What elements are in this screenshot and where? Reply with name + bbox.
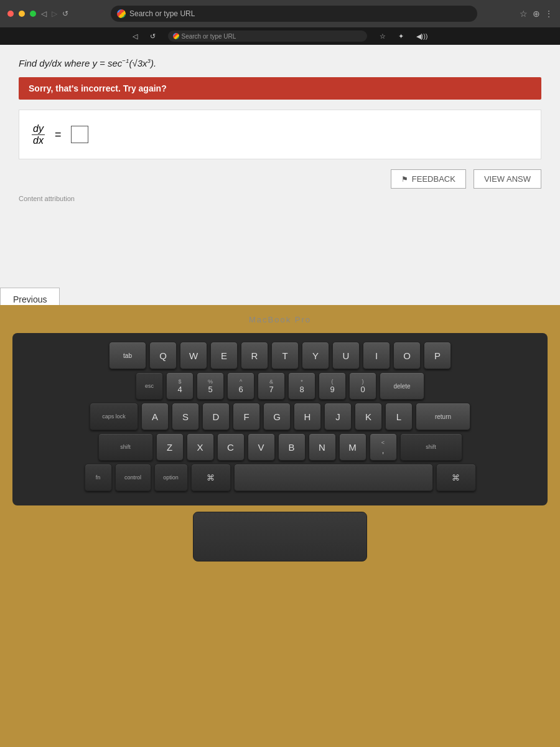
key-escape[interactable]: esc [136,372,163,400]
action-buttons: ⚑ FEEDBACK VIEW ANSW [19,169,541,189]
shift-row: shift Z X C V B N M < , shift [22,433,538,461]
home-row: caps lock A S D F G H J K L return [22,403,538,430]
key-command-left[interactable]: ⌘ [191,464,231,491]
key-p[interactable]: P [424,342,451,369]
question-text: Find dy/dx where y = sec−1(√3x3). [19,57,541,68]
feedback-icon: ⚑ [401,175,408,184]
star-icon[interactable]: ☆ [520,9,528,19]
key-r[interactable]: R [241,342,268,369]
answer-area: dy dx = [19,110,541,159]
key-b[interactable]: B [278,433,306,461]
address-bar[interactable]: Search or type URL [111,6,477,22]
touchbar-google-icon [173,33,179,39]
touch-bar: ◁ ↺ Search or type URL ☆ ✦ ◀))) [0,27,560,45]
key-space[interactable] [234,464,433,491]
key-o[interactable]: O [393,342,421,369]
key-n[interactable]: N [309,433,336,461]
key-v[interactable]: V [248,433,275,461]
previous-button[interactable]: Previous [0,288,60,305]
key-9[interactable]: ( 9 [319,372,346,400]
key-l[interactable]: L [385,403,413,430]
key-shift-right[interactable]: shift [400,433,462,461]
key-q[interactable]: Q [149,342,177,369]
key-comma[interactable]: < , [370,433,397,461]
key-s[interactable]: S [172,403,199,430]
content-attribution: Content attribution [19,195,541,202]
key-h[interactable]: H [294,403,321,430]
key-j[interactable]: J [324,403,352,430]
key-u[interactable]: U [332,342,360,369]
macbook-label: MacBook Pro [249,315,311,324]
screen: ◁ ▷ ↺ Search or type URL ☆ ⊕ ⋮ ◁ ↺ Searc… [0,0,560,305]
space-row: fn control option ⌘ ⌘ [22,464,538,491]
error-banner: Sorry, that's incorrect. Try again? [19,77,541,100]
touchbar-back[interactable]: ◁ [133,32,138,40]
key-return[interactable]: return [416,403,470,430]
number-row: tab Q W E R T Y U I O P [22,342,538,369]
google-icon [117,9,126,18]
key-shift-left[interactable]: shift [98,433,153,461]
address-text: Search or type URL [129,9,195,18]
equals-sign: = [55,128,62,141]
key-e[interactable]: E [210,342,238,369]
feedback-button[interactable]: ⚑ FEEDBACK [391,169,466,189]
key-g[interactable]: G [263,403,291,430]
touchbar-refresh[interactable]: ↺ [150,32,156,40]
key-4[interactable]: $ 4 [166,372,194,400]
key-0[interactable]: ) 0 [349,372,376,400]
symbol-row: esc $ 4 % 5 ^ 6 & 7 * 8 ( 9 [22,372,538,400]
key-caps-lock[interactable]: caps lock [90,403,138,430]
minimize-dot[interactable] [19,11,25,17]
close-dot[interactable] [7,11,14,17]
page-content: Find dy/dx where y = sec−1(√3x3). Sorry,… [0,45,560,305]
keyboard: tab Q W E R T Y U I O P esc $ 4 % 5 ^ [12,333,548,505]
key-z[interactable]: Z [156,433,184,461]
key-8[interactable]: * 8 [288,372,315,400]
key-f[interactable]: F [233,403,260,430]
key-control[interactable]: control [115,464,151,491]
trackpad[interactable] [193,512,367,561]
key-5[interactable]: % 5 [197,372,224,400]
touchbar-url[interactable]: Search or type URL [168,31,367,42]
key-m[interactable]: M [339,433,366,461]
key-6[interactable]: ^ 6 [227,372,254,400]
touchbar-volume[interactable]: ◀))) [416,32,428,40]
key-option[interactable]: option [154,464,188,491]
key-delete[interactable]: delete [380,372,424,400]
menu-icon[interactable]: ⋮ [545,9,553,18]
touchbar-star[interactable]: ☆ [380,32,386,40]
key-fn[interactable]: fn [85,464,112,491]
keyboard-area: MacBook Pro tab Q W E R T Y U I O P esc … [0,305,560,747]
fraction-denominator: dx [32,135,45,146]
key-d[interactable]: D [202,403,230,430]
browser-chrome: ◁ ▷ ↺ Search or type URL ☆ ⊕ ⋮ [0,0,560,27]
key-k[interactable]: K [355,403,382,430]
key-y[interactable]: Y [302,342,329,369]
fraction-numerator: dy [32,123,45,135]
view-answer-button[interactable]: VIEW ANSW [474,169,541,189]
key-7[interactable]: & 7 [258,372,285,400]
key-c[interactable]: C [217,433,245,461]
key-command-right[interactable]: ⌘ [436,464,476,491]
key-a[interactable]: A [141,403,169,430]
extensions-icon[interactable]: ⊕ [533,9,540,19]
touchbar-brightness[interactable]: ✦ [398,32,404,40]
touchbar-url-text: Search or type URL [182,33,236,40]
key-x[interactable]: X [187,433,214,461]
answer-input-box[interactable] [71,126,88,143]
maximize-dot[interactable] [30,11,36,17]
back-button[interactable]: ◁ [41,9,47,18]
key-tab[interactable]: tab [109,342,146,369]
key-w[interactable]: W [180,342,207,369]
key-i[interactable]: I [363,342,390,369]
key-t[interactable]: T [271,342,299,369]
dy-dx-fraction: dy dx [32,123,45,146]
refresh-button[interactable]: ↺ [62,9,68,18]
forward-button[interactable]: ▷ [52,9,57,18]
